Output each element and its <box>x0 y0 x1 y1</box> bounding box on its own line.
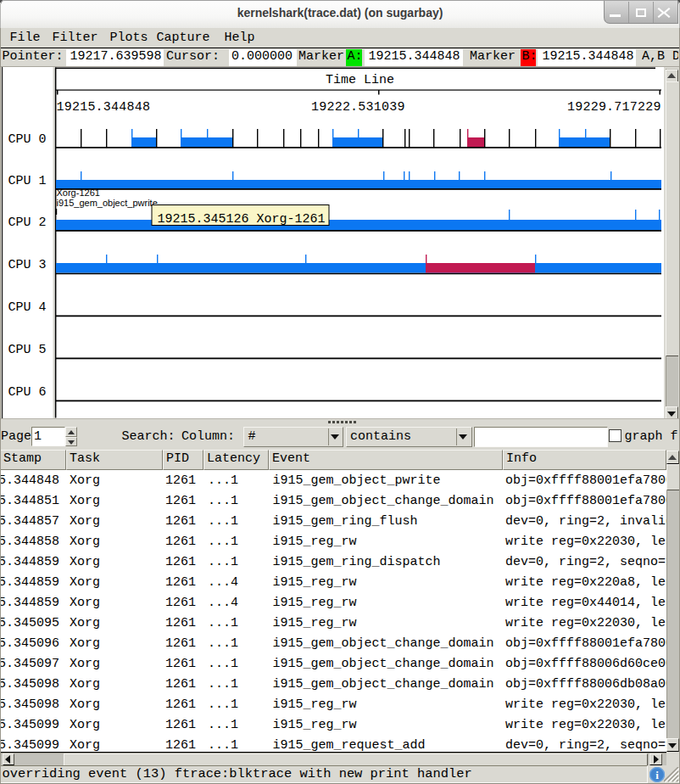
svg-text:19215.344848: 19215.344848 <box>57 100 151 115</box>
svg-text:CPU 6: CPU 6 <box>8 385 47 400</box>
svg-text:CPU 3: CPU 3 <box>8 258 47 272</box>
svg-text:CPU 5: CPU 5 <box>8 343 47 357</box>
svg-text:Time Line: Time Line <box>326 73 394 87</box>
svg-text:i915_gem_object_pwrite: i915_gem_object_pwrite <box>57 198 158 208</box>
svg-text:CPU 2: CPU 2 <box>8 216 47 230</box>
svg-text:CPU 1: CPU 1 <box>8 174 47 188</box>
svg-text:CPU 0: CPU 0 <box>8 132 47 147</box>
svg-text:19229.717229: 19229.717229 <box>567 100 661 115</box>
svg-text:i: i <box>655 769 659 781</box>
svg-text:Xorg-1261: Xorg-1261 <box>57 188 100 198</box>
svg-text:19215.345126 Xorg-1261: 19215.345126 Xorg-1261 <box>158 212 326 227</box>
svg-text:CPU 4: CPU 4 <box>8 300 47 315</box>
svg-text:19222.531039: 19222.531039 <box>311 100 405 115</box>
